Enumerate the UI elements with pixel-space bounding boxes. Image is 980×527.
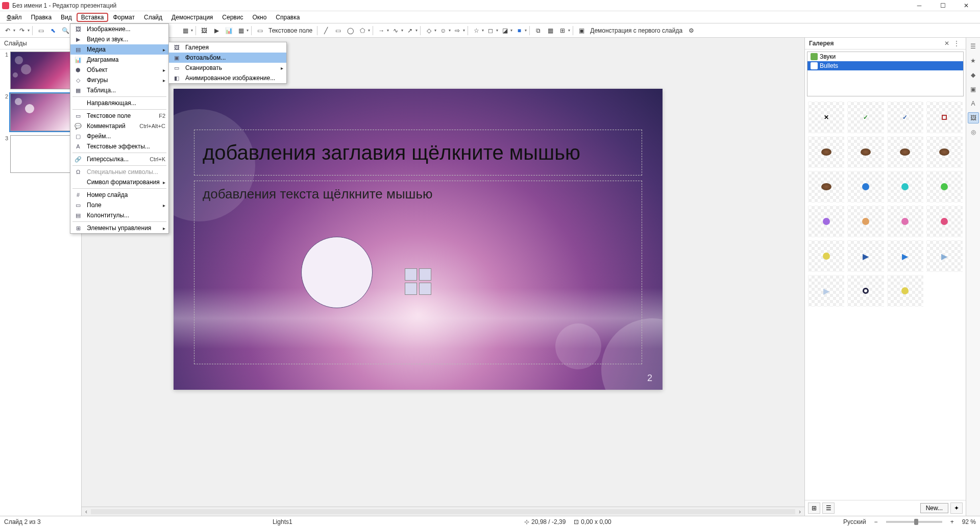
menu-insert[interactable]: Вставка [77, 13, 109, 22]
menu-item-object[interactable]: ⬢Объект▸ [70, 65, 168, 75]
gallery-bullet-item[interactable]: ▶ [887, 240, 923, 272]
crop-tool[interactable]: ⧉ [532, 25, 544, 36]
3d-tool[interactable]: ◪ [499, 25, 510, 36]
av-button[interactable]: ▶ [211, 25, 222, 36]
gallery-bullet-item[interactable]: ✓ [887, 102, 923, 133]
menu-item-special-chars[interactable]: ΩСпециальные символы... [70, 167, 168, 177]
menu-item-slide-number[interactable]: #Номер слайда [70, 190, 168, 200]
animation-tab[interactable]: ◆ [968, 69, 979, 81]
menu-item-shapes[interactable]: ◇Фигуры▸ [70, 75, 168, 85]
title-placeholder[interactable]: добавления заглавия щёлкните мышью [194, 130, 642, 175]
chart-button[interactable]: 📊 [223, 25, 234, 36]
slideshow-button[interactable]: ▣ [576, 25, 587, 36]
slide-layout-button[interactable]: ▦ [180, 25, 191, 36]
menu-item-guide[interactable]: Направляющая... [70, 98, 168, 108]
icon-view-button[interactable]: ⊞ [808, 503, 820, 514]
fill-color-tool[interactable]: ■ [513, 25, 525, 36]
textbox-label[interactable]: Текстовое поле [266, 27, 314, 34]
menu-window[interactable]: Окно [248, 13, 271, 22]
stars-tool[interactable]: ☆ [471, 25, 482, 36]
scroll-left-icon[interactable]: ‹ [82, 508, 91, 515]
undo-button[interactable]: ↶ [2, 25, 13, 36]
pointer-tool[interactable]: ▭ [35, 25, 46, 36]
menu-help[interactable]: Справка [271, 13, 304, 22]
content-placeholder[interactable]: добавления текста щёлкните мышью [194, 181, 642, 364]
block-arrows-tool[interactable]: ⇨ [452, 25, 463, 36]
gallery-bullet-item[interactable] [808, 136, 844, 168]
gallery-bullet-item[interactable] [808, 240, 844, 272]
slide-canvas[interactable]: добавления заглавия щёлкните мышью добав… [174, 89, 663, 390]
slide-thumb-2[interactable]: 2 [2, 93, 79, 131]
submenu-item-gallery[interactable]: 🖼Галерея [169, 42, 286, 53]
gallery-tab[interactable]: 🖼 [968, 112, 979, 123]
gallery-bullet-item[interactable] [926, 206, 963, 237]
gallery-bullet-item[interactable] [887, 171, 923, 203]
symbol-shapes-tool[interactable]: ☺ [437, 25, 449, 36]
zoom-tool[interactable]: 🔍 [60, 25, 71, 36]
list-view-button[interactable]: ☰ [822, 503, 835, 514]
menu-item-comment[interactable]: 💬КомментарийCtrl+Alt+C [70, 121, 168, 131]
menu-item-media[interactable]: ▤Медиа▸ [70, 44, 168, 55]
close-button[interactable]: ✕ [954, 0, 978, 11]
slide-list[interactable]: 1 2 3 [0, 49, 81, 516]
menu-item-header-footer[interactable]: ▤Колонтитулы... [70, 210, 168, 220]
gallery-extra-button[interactable]: ✦ [950, 503, 963, 514]
redo-dropdown[interactable]: ▾ [28, 28, 30, 33]
align-tool[interactable]: ⊞ [557, 25, 568, 36]
slide-thumb-1[interactable]: 1 [2, 52, 79, 89]
menu-file[interactable]: Файл [2, 13, 27, 22]
redo-button[interactable]: ↷ [16, 25, 28, 36]
menu-item-image[interactable]: 🖼Изображение... [70, 24, 168, 34]
horizontal-scrollbar[interactable]: ‹ › [82, 507, 804, 516]
gallery-bullet-item[interactable] [808, 206, 844, 237]
submenu-item-photo-album[interactable]: ▣Фотоальбом... [169, 53, 286, 63]
menu-item-chart[interactable]: 📊Диаграмма [70, 55, 168, 65]
insert-table-icon[interactable] [405, 268, 417, 281]
menu-item-formatting-mark[interactable]: Символ форматирования▸ [70, 177, 168, 187]
select-tool[interactable]: ⬉ [47, 25, 59, 36]
callouts-tool[interactable]: ◻ [485, 25, 496, 36]
insert-image-icon[interactable] [405, 283, 417, 295]
canvas-wrap[interactable]: добавления заглавия щёлкните мышью добав… [82, 38, 804, 507]
curve-tool[interactable]: ∿ [390, 25, 401, 36]
zoom-out-button[interactable]: − [874, 518, 878, 525]
menu-tools[interactable]: Сервис [217, 13, 248, 22]
gallery-bullet-item[interactable] [887, 275, 923, 307]
tree-item-sounds[interactable]: Звуки [807, 52, 963, 61]
zoom-in-button[interactable]: + [950, 518, 954, 525]
gallery-bullet-item[interactable]: ✓ [847, 102, 884, 133]
gallery-bullet-item[interactable] [926, 171, 963, 203]
slideshow-label[interactable]: Демонстрация с первого слайда [588, 27, 684, 34]
ellipse-tool[interactable]: ◯ [345, 25, 356, 36]
menu-item-frame[interactable]: ▢Фрейм... [70, 131, 168, 141]
insert-media-icon[interactable] [419, 283, 431, 295]
arrow-tool[interactable]: ↗ [404, 25, 415, 36]
filter-tool[interactable]: ▦ [545, 25, 556, 36]
gallery-bullet-item[interactable] [887, 206, 923, 237]
line-tool[interactable]: ╱ [320, 25, 331, 36]
properties-tab[interactable]: ☰ [968, 41, 979, 52]
slideshow-settings-button[interactable]: ⚙ [685, 25, 697, 36]
insert-chart-icon[interactable] [419, 268, 431, 281]
shapes-tool[interactable]: ⬠ [357, 25, 368, 36]
gallery-bullet-item[interactable] [847, 206, 884, 237]
zoom-value[interactable]: 92 % [962, 518, 976, 525]
gallery-bullet-item[interactable]: ▶ [847, 240, 884, 272]
gallery-bullet-item[interactable] [808, 171, 844, 203]
new-theme-button[interactable]: New... [920, 503, 948, 513]
zoom-slider[interactable] [886, 521, 942, 523]
gallery-bullet-item[interactable]: ✕ [808, 102, 844, 133]
gallery-close-button[interactable]: ✕ [942, 40, 951, 47]
gallery-tree[interactable]: Звуки Bullets [807, 52, 964, 96]
menu-format[interactable]: Формат [108, 13, 139, 22]
master-tab[interactable]: ▣ [968, 84, 979, 95]
gallery-bullet-item[interactable] [847, 136, 884, 168]
status-language[interactable]: Русский [843, 518, 866, 525]
table-button[interactable]: ▦ [235, 25, 247, 36]
menu-item-textbox[interactable]: ▭Текстовое полеF2 [70, 111, 168, 121]
scroll-right-icon[interactable]: › [795, 508, 804, 515]
rect-tool[interactable]: ▭ [332, 25, 344, 36]
gallery-bullet-item[interactable] [926, 102, 963, 133]
gallery-bullet-item[interactable] [887, 136, 923, 168]
scroll-track[interactable] [91, 509, 795, 514]
